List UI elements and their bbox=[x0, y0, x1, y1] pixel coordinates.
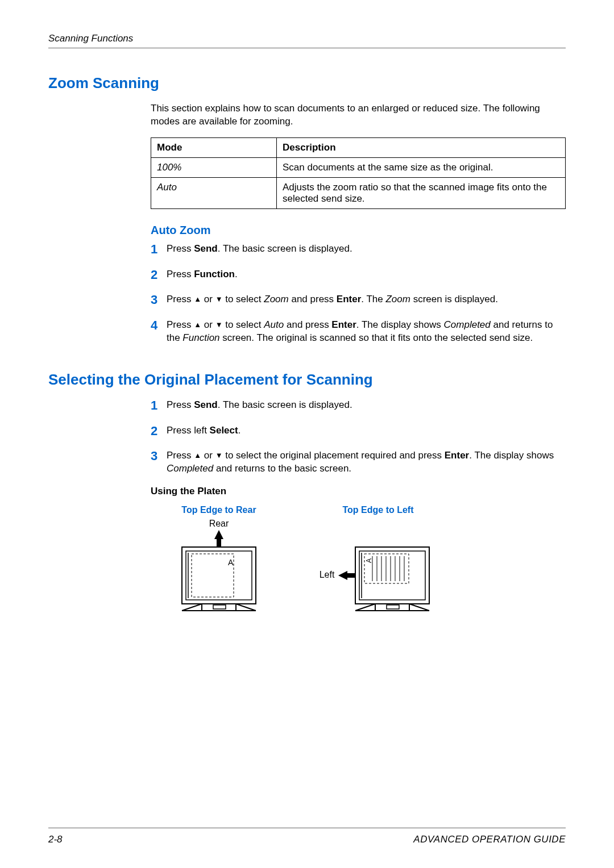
step-text: Press ▲ or ▼ to select Zoom and press En… bbox=[167, 293, 566, 306]
platen-diagrams: Top Edge to Rear Rear A bbox=[173, 505, 566, 617]
diagram-top-edge-left: Top Edge to Left Left A bbox=[316, 505, 441, 617]
step-number: 2 bbox=[151, 266, 167, 283]
svg-rect-16 bbox=[359, 551, 425, 600]
svg-rect-15 bbox=[355, 547, 429, 604]
svg-line-7 bbox=[182, 604, 202, 611]
svg-text:A: A bbox=[365, 558, 373, 563]
step-text: Press ▲ or ▼ to select the original plac… bbox=[167, 449, 566, 475]
step-item: 2 Press Function. bbox=[151, 268, 566, 283]
svg-rect-5 bbox=[192, 554, 234, 597]
subsection-title-auto-zoom: Auto Zoom bbox=[151, 224, 566, 237]
platen-rear-icon: Rear A bbox=[173, 519, 264, 615]
table-row: Auto Adjusts the zoom ratio so that the … bbox=[151, 177, 566, 208]
placement-steps: 1 Press Send. The basic screen is displa… bbox=[151, 399, 566, 475]
svg-marker-14 bbox=[338, 571, 355, 580]
section-title-zoom-scanning: Zoom Scanning bbox=[48, 74, 566, 92]
up-arrow-icon: ▲ bbox=[194, 320, 201, 330]
svg-line-28 bbox=[355, 604, 375, 611]
page-footer: 2-8 ADVANCED OPERATION GUIDE bbox=[48, 828, 566, 845]
down-arrow-icon: ▼ bbox=[215, 294, 223, 304]
diagram-top-edge-rear: Top Edge to Rear Rear A bbox=[173, 505, 264, 617]
step-text: Press Send. The basic screen is displaye… bbox=[167, 243, 566, 256]
svg-rect-33 bbox=[387, 605, 399, 609]
step-text: Press left Select. bbox=[167, 424, 566, 437]
step-number: 4 bbox=[151, 317, 167, 334]
step-number: 3 bbox=[151, 291, 167, 308]
down-arrow-icon: ▼ bbox=[215, 450, 223, 461]
svg-text:A: A bbox=[228, 558, 234, 567]
svg-marker-1 bbox=[214, 530, 223, 547]
cell-description: Scan documents at the same size as the o… bbox=[277, 157, 566, 177]
up-arrow-icon: ▲ bbox=[194, 294, 201, 304]
platen-left-icon: Left A bbox=[316, 519, 441, 615]
cell-description: Adjusts the zoom ratio so that the scann… bbox=[277, 177, 566, 208]
svg-text:Left: Left bbox=[320, 570, 335, 579]
page-number: 2-8 bbox=[48, 834, 63, 845]
cell-mode: Auto bbox=[151, 177, 277, 208]
intro-text: This section explains how to scan docume… bbox=[151, 102, 566, 128]
running-header: Scanning Functions bbox=[48, 33, 566, 48]
cell-mode: 100% bbox=[151, 157, 277, 177]
down-arrow-icon: ▼ bbox=[215, 320, 223, 330]
step-item: 3 Press ▲ or ▼ to select the original pl… bbox=[151, 449, 566, 475]
table-row: 100% Scan documents at the same size as … bbox=[151, 157, 566, 177]
zoom-modes-table: Mode Description 100% Scan documents at … bbox=[151, 137, 566, 209]
diagram-title: Top Edge to Left bbox=[316, 505, 441, 515]
step-text: Press Function. bbox=[167, 268, 566, 281]
step-item: 1 Press Send. The basic screen is displa… bbox=[151, 399, 566, 414]
col-description: Description bbox=[277, 137, 566, 157]
svg-line-10 bbox=[236, 604, 256, 611]
auto-zoom-steps: 1 Press Send. The basic screen is displa… bbox=[151, 243, 566, 345]
step-text: Press Send. The basic screen is displaye… bbox=[167, 399, 566, 412]
guide-title: ADVANCED OPERATION GUIDE bbox=[413, 834, 566, 845]
col-mode: Mode bbox=[151, 137, 277, 157]
svg-line-31 bbox=[409, 604, 429, 611]
platen-heading: Using the Platen bbox=[151, 486, 566, 497]
svg-rect-3 bbox=[186, 551, 252, 600]
diagram-title: Top Edge to Rear bbox=[173, 505, 264, 515]
svg-text:Rear: Rear bbox=[209, 519, 229, 528]
svg-rect-2 bbox=[182, 547, 256, 604]
step-number: 1 bbox=[151, 397, 167, 414]
svg-rect-18 bbox=[364, 554, 409, 583]
step-number: 2 bbox=[151, 423, 167, 440]
step-item: 3 Press ▲ or ▼ to select Zoom and press … bbox=[151, 293, 566, 308]
step-item: 4 Press ▲ or ▼ to select Auto and press … bbox=[151, 319, 566, 345]
step-text: Press ▲ or ▼ to select Auto and press En… bbox=[167, 319, 566, 345]
step-item: 1 Press Send. The basic screen is displa… bbox=[151, 243, 566, 258]
step-number: 3 bbox=[151, 448, 167, 465]
up-arrow-icon: ▲ bbox=[194, 450, 201, 461]
step-number: 1 bbox=[151, 241, 167, 258]
step-item: 2 Press left Select. bbox=[151, 424, 566, 440]
svg-rect-12 bbox=[213, 605, 226, 609]
section-title-original-placement: Selecting the Original Placement for Sca… bbox=[48, 371, 566, 389]
